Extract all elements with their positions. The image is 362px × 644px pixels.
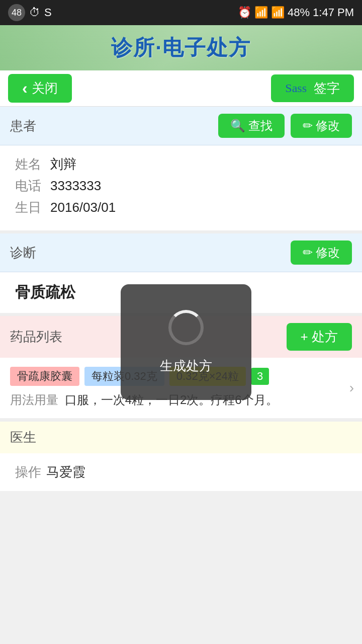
medicine-section-label: 药品列表 (10, 328, 62, 346)
sign-script: Sass (285, 82, 307, 95)
chevron-right-icon: › (349, 380, 354, 396)
edit-diagnosis-button[interactable]: 修改 (291, 240, 352, 265)
status-left: 48 ⏱ S (8, 4, 52, 21)
status-num: 48 (8, 4, 25, 21)
status-icon-2: S (44, 6, 52, 19)
patient-phone-row: 电话 3333333 (15, 177, 347, 195)
app-header: 诊所·电子处方 (0, 25, 362, 70)
doctor-section-label: 医生 (10, 430, 36, 445)
patient-birthday: 2016/03/01 (50, 200, 116, 215)
patient-actions: 查找 修改 (218, 114, 352, 138)
patient-name: 刘辩 (50, 155, 76, 173)
operator-label: 操作 (15, 463, 41, 481)
medicine-count-tag: 3 (251, 368, 269, 385)
usage-label: 用法用量 (10, 393, 58, 407)
operator-value: 马爱霞 (46, 463, 85, 481)
diagnosis-actions: 修改 (291, 240, 352, 265)
loading-spinner (168, 310, 204, 345)
signal-icon: 📶 (271, 6, 285, 19)
status-number: 48 (12, 8, 22, 18)
wifi-icon: 📶 (254, 6, 268, 19)
diagnosis-label: 诊断 (10, 244, 36, 262)
close-label: 关闭 (32, 79, 58, 97)
patient-section-header: 患者 查找 修改 (0, 107, 362, 145)
clock: 1:47 PM (313, 6, 354, 19)
status-bar: 48 ⏱ S ⏰ 📶 📶 48% 1:47 PM (0, 0, 362, 25)
patient-name-row: 姓名 刘辩 (15, 155, 347, 173)
edit-label: 修改 (316, 118, 340, 134)
edit-diagnosis-icon (303, 246, 313, 260)
search-icon (230, 119, 245, 133)
alarm-icon: ⏰ (238, 6, 251, 19)
doctor-header: 医生 (0, 422, 362, 453)
medicine-name-tag: 骨疏康胶囊 (10, 367, 79, 386)
patient-birthday-row: 生日 2016/03/01 (15, 199, 347, 216)
edit-icon (303, 119, 313, 133)
edit-patient-button[interactable]: 修改 (291, 114, 352, 138)
back-icon (22, 79, 28, 98)
loading-text: 生成处方 (160, 357, 212, 375)
add-prescription-button[interactable]: + 处方 (287, 323, 352, 351)
name-label: 姓名 (15, 155, 50, 173)
find-label: 查找 (248, 118, 273, 134)
status-icon-1: ⏱ (29, 6, 40, 19)
doctor-section: 医生 操作 马爱霞 (0, 422, 362, 491)
add-rx-label: + 处方 (301, 328, 338, 346)
loading-box: 生成处方 (121, 284, 251, 400)
patient-phone: 3333333 (50, 178, 101, 194)
birthday-label: 生日 (15, 199, 50, 216)
toolbar: 关闭 Sass 签字 (0, 70, 362, 107)
phone-label: 电话 (15, 177, 50, 195)
battery-status: 48% (288, 6, 310, 19)
status-right: ⏰ 📶 📶 48% 1:47 PM (238, 6, 354, 19)
sign-button[interactable]: Sass 签字 (271, 74, 354, 102)
doctor-operator-row: 操作 马爱霞 (15, 463, 347, 481)
app-title: 诊所·电子处方 (111, 34, 251, 62)
close-button[interactable]: 关闭 (8, 74, 72, 103)
diagnosis-header: 诊断 修改 (0, 233, 362, 272)
find-patient-button[interactable]: 查找 (218, 114, 285, 138)
doctor-content: 操作 马爱霞 (0, 453, 362, 491)
patient-info: 姓名 刘辩 电话 3333333 生日 2016/03/01 (0, 145, 362, 233)
edit-diagnosis-label: 修改 (316, 245, 340, 261)
patient-label: 患者 (10, 117, 36, 135)
sign-label: 签字 (314, 79, 340, 97)
